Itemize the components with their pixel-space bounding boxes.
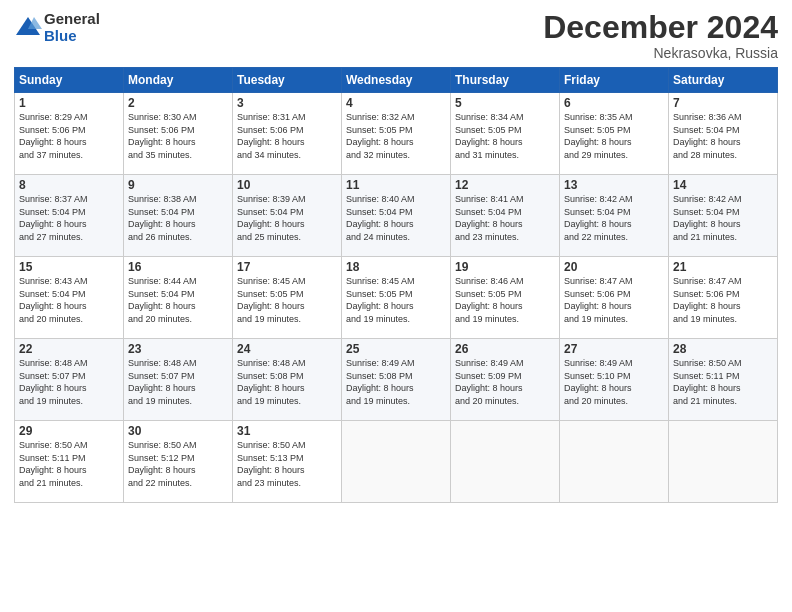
calendar-cell: 12Sunrise: 8:41 AM Sunset: 5:04 PM Dayli…: [451, 175, 560, 257]
calendar-cell: 31Sunrise: 8:50 AM Sunset: 5:13 PM Dayli…: [233, 421, 342, 503]
day-number: 24: [237, 342, 337, 356]
calendar-cell: [560, 421, 669, 503]
calendar-week-row: 15Sunrise: 8:43 AM Sunset: 5:04 PM Dayli…: [15, 257, 778, 339]
day-number: 11: [346, 178, 446, 192]
day-info: Sunrise: 8:48 AM Sunset: 5:07 PM Dayligh…: [128, 357, 228, 407]
day-number: 8: [19, 178, 119, 192]
day-info: Sunrise: 8:32 AM Sunset: 5:05 PM Dayligh…: [346, 111, 446, 161]
logo-icon: [14, 13, 42, 41]
day-info: Sunrise: 8:44 AM Sunset: 5:04 PM Dayligh…: [128, 275, 228, 325]
calendar-cell: 28Sunrise: 8:50 AM Sunset: 5:11 PM Dayli…: [669, 339, 778, 421]
calendar-cell: 9Sunrise: 8:38 AM Sunset: 5:04 PM Daylig…: [124, 175, 233, 257]
day-info: Sunrise: 8:48 AM Sunset: 5:07 PM Dayligh…: [19, 357, 119, 407]
calendar-week-row: 22Sunrise: 8:48 AM Sunset: 5:07 PM Dayli…: [15, 339, 778, 421]
weekday-header-cell: Thursday: [451, 68, 560, 93]
day-number: 4: [346, 96, 446, 110]
day-info: Sunrise: 8:46 AM Sunset: 5:05 PM Dayligh…: [455, 275, 555, 325]
calendar-cell: 13Sunrise: 8:42 AM Sunset: 5:04 PM Dayli…: [560, 175, 669, 257]
day-number: 3: [237, 96, 337, 110]
day-info: Sunrise: 8:47 AM Sunset: 5:06 PM Dayligh…: [673, 275, 773, 325]
calendar-cell: 10Sunrise: 8:39 AM Sunset: 5:04 PM Dayli…: [233, 175, 342, 257]
day-info: Sunrise: 8:35 AM Sunset: 5:05 PM Dayligh…: [564, 111, 664, 161]
calendar-cell: 4Sunrise: 8:32 AM Sunset: 5:05 PM Daylig…: [342, 93, 451, 175]
calendar-week-row: 8Sunrise: 8:37 AM Sunset: 5:04 PM Daylig…: [15, 175, 778, 257]
calendar-cell: 24Sunrise: 8:48 AM Sunset: 5:08 PM Dayli…: [233, 339, 342, 421]
logo: GeneralBlue: [14, 10, 100, 45]
day-info: Sunrise: 8:31 AM Sunset: 5:06 PM Dayligh…: [237, 111, 337, 161]
calendar-cell: 11Sunrise: 8:40 AM Sunset: 5:04 PM Dayli…: [342, 175, 451, 257]
day-number: 9: [128, 178, 228, 192]
calendar-cell: 3Sunrise: 8:31 AM Sunset: 5:06 PM Daylig…: [233, 93, 342, 175]
day-info: Sunrise: 8:45 AM Sunset: 5:05 PM Dayligh…: [346, 275, 446, 325]
day-number: 27: [564, 342, 664, 356]
calendar-cell: 19Sunrise: 8:46 AM Sunset: 5:05 PM Dayli…: [451, 257, 560, 339]
day-number: 22: [19, 342, 119, 356]
calendar-cell: 1Sunrise: 8:29 AM Sunset: 5:06 PM Daylig…: [15, 93, 124, 175]
calendar-cell: 5Sunrise: 8:34 AM Sunset: 5:05 PM Daylig…: [451, 93, 560, 175]
day-info: Sunrise: 8:50 AM Sunset: 5:13 PM Dayligh…: [237, 439, 337, 489]
calendar-cell: 6Sunrise: 8:35 AM Sunset: 5:05 PM Daylig…: [560, 93, 669, 175]
day-number: 1: [19, 96, 119, 110]
day-info: Sunrise: 8:36 AM Sunset: 5:04 PM Dayligh…: [673, 111, 773, 161]
day-number: 7: [673, 96, 773, 110]
day-info: Sunrise: 8:45 AM Sunset: 5:05 PM Dayligh…: [237, 275, 337, 325]
calendar-cell: [451, 421, 560, 503]
day-info: Sunrise: 8:42 AM Sunset: 5:04 PM Dayligh…: [673, 193, 773, 243]
day-info: Sunrise: 8:48 AM Sunset: 5:08 PM Dayligh…: [237, 357, 337, 407]
day-info: Sunrise: 8:39 AM Sunset: 5:04 PM Dayligh…: [237, 193, 337, 243]
header: GeneralBlue December 2024 Nekrasovka, Ru…: [14, 10, 778, 61]
day-number: 12: [455, 178, 555, 192]
day-number: 23: [128, 342, 228, 356]
weekday-header-cell: Friday: [560, 68, 669, 93]
location: Nekrasovka, Russia: [543, 45, 778, 61]
day-info: Sunrise: 8:37 AM Sunset: 5:04 PM Dayligh…: [19, 193, 119, 243]
day-number: 17: [237, 260, 337, 274]
day-number: 13: [564, 178, 664, 192]
day-number: 6: [564, 96, 664, 110]
day-info: Sunrise: 8:49 AM Sunset: 5:08 PM Dayligh…: [346, 357, 446, 407]
calendar-cell: 8Sunrise: 8:37 AM Sunset: 5:04 PM Daylig…: [15, 175, 124, 257]
day-number: 26: [455, 342, 555, 356]
day-info: Sunrise: 8:30 AM Sunset: 5:06 PM Dayligh…: [128, 111, 228, 161]
calendar-cell: [342, 421, 451, 503]
calendar-cell: 30Sunrise: 8:50 AM Sunset: 5:12 PM Dayli…: [124, 421, 233, 503]
calendar-cell: 21Sunrise: 8:47 AM Sunset: 5:06 PM Dayli…: [669, 257, 778, 339]
day-info: Sunrise: 8:49 AM Sunset: 5:10 PM Dayligh…: [564, 357, 664, 407]
month-title: December 2024: [543, 10, 778, 45]
calendar-cell: 2Sunrise: 8:30 AM Sunset: 5:06 PM Daylig…: [124, 93, 233, 175]
day-number: 5: [455, 96, 555, 110]
calendar-cell: [669, 421, 778, 503]
day-number: 16: [128, 260, 228, 274]
calendar-cell: 25Sunrise: 8:49 AM Sunset: 5:08 PM Dayli…: [342, 339, 451, 421]
day-number: 30: [128, 424, 228, 438]
calendar-cell: 15Sunrise: 8:43 AM Sunset: 5:04 PM Dayli…: [15, 257, 124, 339]
day-info: Sunrise: 8:50 AM Sunset: 5:11 PM Dayligh…: [19, 439, 119, 489]
calendar-cell: 18Sunrise: 8:45 AM Sunset: 5:05 PM Dayli…: [342, 257, 451, 339]
day-number: 18: [346, 260, 446, 274]
day-number: 28: [673, 342, 773, 356]
day-number: 21: [673, 260, 773, 274]
weekday-header-cell: Monday: [124, 68, 233, 93]
day-number: 2: [128, 96, 228, 110]
title-block: December 2024 Nekrasovka, Russia: [543, 10, 778, 61]
calendar-cell: 14Sunrise: 8:42 AM Sunset: 5:04 PM Dayli…: [669, 175, 778, 257]
day-number: 14: [673, 178, 773, 192]
day-info: Sunrise: 8:40 AM Sunset: 5:04 PM Dayligh…: [346, 193, 446, 243]
calendar-cell: 17Sunrise: 8:45 AM Sunset: 5:05 PM Dayli…: [233, 257, 342, 339]
weekday-header-cell: Saturday: [669, 68, 778, 93]
calendar-week-row: 29Sunrise: 8:50 AM Sunset: 5:11 PM Dayli…: [15, 421, 778, 503]
calendar-week-row: 1Sunrise: 8:29 AM Sunset: 5:06 PM Daylig…: [15, 93, 778, 175]
weekday-header-row: SundayMondayTuesdayWednesdayThursdayFrid…: [15, 68, 778, 93]
day-info: Sunrise: 8:43 AM Sunset: 5:04 PM Dayligh…: [19, 275, 119, 325]
day-number: 25: [346, 342, 446, 356]
logo-text: GeneralBlue: [44, 10, 100, 45]
calendar-body: 1Sunrise: 8:29 AM Sunset: 5:06 PM Daylig…: [15, 93, 778, 503]
weekday-header-cell: Sunday: [15, 68, 124, 93]
calendar-cell: 7Sunrise: 8:36 AM Sunset: 5:04 PM Daylig…: [669, 93, 778, 175]
calendar-cell: 29Sunrise: 8:50 AM Sunset: 5:11 PM Dayli…: [15, 421, 124, 503]
day-number: 15: [19, 260, 119, 274]
day-number: 20: [564, 260, 664, 274]
day-info: Sunrise: 8:34 AM Sunset: 5:05 PM Dayligh…: [455, 111, 555, 161]
day-info: Sunrise: 8:41 AM Sunset: 5:04 PM Dayligh…: [455, 193, 555, 243]
day-number: 19: [455, 260, 555, 274]
